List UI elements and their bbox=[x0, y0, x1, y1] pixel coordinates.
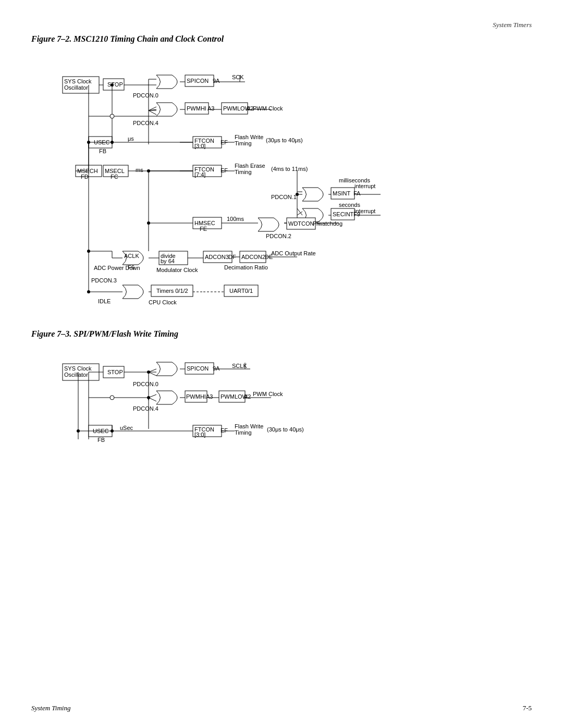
svg-text:PDCON.0: PDCON.0 bbox=[133, 381, 158, 387]
svg-text:Timing: Timing bbox=[235, 169, 252, 175]
svg-text:EF: EF bbox=[221, 427, 228, 434]
svg-text:[7:4]: [7:4] bbox=[194, 171, 205, 178]
svg-text:(30μs to 40μs): (30μs to 40μs) bbox=[267, 426, 304, 433]
svg-point-146 bbox=[110, 114, 114, 118]
svg-text:STOP: STOP bbox=[107, 81, 123, 88]
footer-right: 7-5 bbox=[523, 704, 532, 712]
figure2-diagram: SYS Clock Oscillator STOP PDCON.0 SPICON bbox=[47, 53, 516, 314]
svg-text:Flash Write: Flash Write bbox=[235, 423, 263, 429]
svg-text:A3: A3 bbox=[207, 105, 214, 112]
svg-text:FE: FE bbox=[200, 226, 207, 232]
svg-text:ACLK: ACLK bbox=[124, 253, 139, 259]
svg-text:SPICON: SPICON bbox=[187, 365, 209, 372]
svg-point-200 bbox=[77, 429, 80, 433]
svg-point-85 bbox=[296, 193, 299, 196]
footer-left: System Timing bbox=[31, 704, 70, 712]
svg-text:interrupt: interrupt bbox=[354, 183, 375, 189]
svg-text:CPU Clock: CPU Clock bbox=[149, 299, 177, 305]
header-text: System Timers bbox=[493, 21, 532, 29]
svg-text:PWM Clock: PWM Clock bbox=[253, 105, 283, 112]
svg-text:ADCON3: ADCON3 bbox=[205, 254, 229, 260]
svg-point-37 bbox=[111, 83, 114, 87]
svg-text:PWM Clock: PWM Clock bbox=[253, 391, 283, 397]
svg-point-189 bbox=[110, 396, 114, 400]
svg-text:SCK: SCK bbox=[232, 74, 244, 80]
svg-text:SYS Clock: SYS Clock bbox=[64, 78, 92, 84]
footer-page-number: 7-5 bbox=[523, 704, 532, 712]
svg-text:(4ms to 11ms): (4ms to 11ms) bbox=[271, 166, 308, 172]
svg-text:Decimation Ratio: Decimation Ratio bbox=[224, 264, 268, 270]
svg-text:μs: μs bbox=[128, 135, 134, 142]
svg-text:PDCON.3: PDCON.3 bbox=[91, 277, 117, 283]
page-footer: System Timing 7-5 bbox=[31, 704, 532, 712]
svg-text:A2: A2 bbox=[244, 393, 251, 400]
svg-text:PWMHI: PWMHI bbox=[187, 105, 206, 112]
svg-text:SECINT: SECINT bbox=[333, 211, 354, 217]
figure2-title: Figure 7–2. MSC1210 Timing Chain and Clo… bbox=[31, 34, 532, 44]
svg-point-43 bbox=[111, 141, 114, 144]
footer-left-text: System Timing bbox=[31, 704, 70, 712]
svg-text:FB: FB bbox=[97, 437, 105, 443]
svg-text:PDCON.4: PDCON.4 bbox=[133, 120, 158, 126]
svg-point-137 bbox=[87, 290, 90, 293]
svg-text:100ms: 100ms bbox=[227, 216, 244, 222]
svg-text:SYS Clock: SYS Clock bbox=[64, 365, 92, 372]
svg-point-97 bbox=[147, 221, 150, 225]
svg-text:Oscillator: Oscillator bbox=[64, 84, 88, 91]
svg-text:A3: A3 bbox=[206, 393, 213, 400]
svg-text:9A: 9A bbox=[213, 78, 220, 84]
svg-text:watchdog: watchdog bbox=[317, 220, 342, 227]
page: System Timers Figure 7–2. MSC1210 Timing… bbox=[0, 0, 563, 728]
svg-text:STOP: STOP bbox=[107, 369, 123, 375]
figure2-svg: SYS Clock Oscillator STOP PDCON.0 SPICON bbox=[47, 53, 516, 314]
svg-text:Modulator Clock: Modulator Clock bbox=[156, 267, 198, 273]
svg-text:PDCON.2: PDCON.2 bbox=[266, 233, 291, 239]
svg-text:FD: FD bbox=[81, 174, 89, 180]
svg-text:IDLE: IDLE bbox=[98, 298, 111, 304]
svg-text:PWMHI: PWMHI bbox=[186, 393, 206, 400]
svg-text:Timers 0/1/2: Timers 0/1/2 bbox=[156, 288, 188, 294]
svg-text:UART0/1: UART0/1 bbox=[229, 288, 253, 294]
svg-text:FB: FB bbox=[99, 148, 106, 154]
svg-text:[3:0]: [3:0] bbox=[194, 431, 205, 438]
svg-text:MSINT: MSINT bbox=[333, 190, 351, 196]
svg-point-134 bbox=[87, 250, 90, 253]
svg-text:PDCON.1: PDCON.1 bbox=[271, 194, 297, 200]
svg-text:by 64: by 64 bbox=[161, 258, 175, 264]
svg-text:uSec: uSec bbox=[120, 425, 133, 431]
svg-text:Oscillator: Oscillator bbox=[64, 372, 88, 378]
svg-text:PDCON.4: PDCON.4 bbox=[133, 405, 158, 412]
svg-text:F9: F9 bbox=[353, 211, 360, 217]
svg-text:SPICON: SPICON bbox=[187, 78, 209, 84]
svg-text:Flash Erase: Flash Erase bbox=[235, 163, 265, 169]
page-header: System Timers bbox=[31, 21, 532, 29]
svg-text:[3:0]: [3:0] bbox=[194, 143, 205, 149]
svg-text:(30μs to 40μs): (30μs to 40μs) bbox=[266, 137, 303, 143]
svg-text:ADC Output Rate: ADC Output Rate bbox=[271, 250, 316, 256]
figure3-diagram: SYS Clock Oscillator STOP PDCON.0 SPICON… bbox=[47, 348, 516, 494]
svg-point-166 bbox=[147, 371, 150, 374]
figure3-svg: SYS Clock Oscillator STOP PDCON.0 SPICON… bbox=[47, 348, 516, 484]
svg-text:ADC Power Down: ADC Power Down bbox=[94, 265, 140, 271]
svg-text:EF: EF bbox=[221, 167, 228, 174]
svg-text:ms: ms bbox=[136, 167, 143, 173]
svg-text:Flash Write: Flash Write bbox=[235, 134, 263, 140]
figure3-title: Figure 7–3. SPI/PWM/Flash Write Timing bbox=[31, 329, 532, 339]
svg-text:ADCON2: ADCON2 bbox=[241, 254, 265, 260]
svg-text:PDCON.0: PDCON.0 bbox=[133, 92, 158, 98]
svg-text:FA: FA bbox=[353, 190, 361, 196]
svg-text:FC: FC bbox=[111, 174, 118, 180]
svg-text:WDTCON: WDTCON bbox=[288, 220, 314, 227]
svg-text:Timing: Timing bbox=[235, 429, 252, 436]
svg-text:9A: 9A bbox=[213, 365, 220, 372]
svg-text:seconds: seconds bbox=[339, 202, 360, 208]
svg-text:Timing: Timing bbox=[235, 140, 252, 146]
svg-line-150 bbox=[149, 110, 156, 115]
